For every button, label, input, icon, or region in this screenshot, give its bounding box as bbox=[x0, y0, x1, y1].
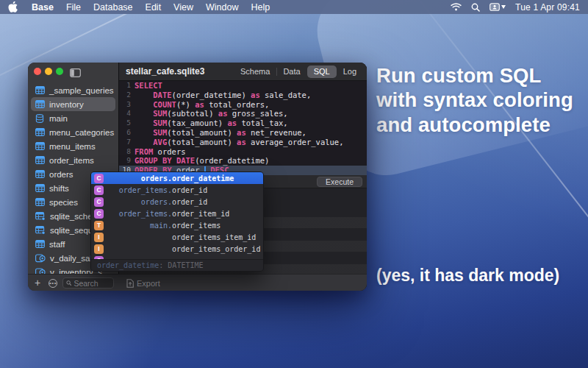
view-tabs: SchemaDataSQLLog bbox=[234, 66, 363, 78]
code-line-6[interactable]: 6 SUM(total_amount) as net_revenue, bbox=[119, 128, 367, 138]
search-input[interactable] bbox=[74, 279, 110, 288]
completion-name: order_id bbox=[172, 186, 207, 194]
menu-database[interactable]: Database bbox=[93, 2, 133, 13]
execute-button[interactable]: Execute bbox=[317, 177, 362, 187]
code-line-4[interactable]: 4 SUM(subtotal) as gross_sales, bbox=[119, 109, 367, 118]
completion-name: order_items_item_id bbox=[172, 233, 256, 241]
autocomplete-type-hint: order_datetime: DATETIME bbox=[91, 259, 263, 271]
user-switch-icon[interactable] bbox=[490, 3, 506, 11]
tab-schema[interactable]: Schema bbox=[234, 66, 276, 78]
completion-prefix: main. bbox=[106, 222, 172, 230]
code-line-5[interactable]: 5 SUM(tax_amount) as total_tax, bbox=[119, 118, 367, 128]
column-badge-icon: C bbox=[94, 209, 104, 219]
autocomplete-item[interactable]: Corders.order_id bbox=[91, 196, 263, 208]
table-badge-icon bbox=[35, 226, 46, 235]
index-badge-icon: I bbox=[94, 233, 104, 242]
sql-keyword: DATE bbox=[153, 91, 171, 99]
titlebar: stellar_cafe.sqlite3 SchemaDataSQLLog bbox=[119, 63, 367, 81]
bottom-bar: + ••• Export bbox=[28, 274, 367, 291]
sidebar-item-inventory[interactable]: inventory bbox=[31, 97, 115, 111]
sidebar-item-label: species bbox=[49, 198, 78, 207]
line-number: 3 bbox=[119, 100, 135, 110]
menu-view[interactable]: View bbox=[173, 2, 193, 13]
sql-keyword: DATE bbox=[176, 156, 195, 165]
sidebar-item-main[interactable]: main bbox=[31, 111, 115, 125]
add-table-button[interactable]: + bbox=[35, 277, 40, 289]
sidebar-item-label: main bbox=[49, 114, 68, 123]
sql-keyword: FROM bbox=[135, 147, 153, 156]
completion-name: order_items bbox=[172, 222, 220, 230]
code-line-1[interactable]: 1SELECT bbox=[119, 81, 367, 91]
sql-keyword: as bbox=[237, 128, 246, 137]
export-icon bbox=[126, 279, 134, 288]
completion-prefix: orders. bbox=[106, 198, 172, 206]
autocomplete-popup: Corders.order_datetimeCorder_items.order… bbox=[90, 171, 264, 272]
wifi-icon[interactable] bbox=[451, 3, 462, 11]
menu-help[interactable]: Help bbox=[251, 2, 270, 13]
autocomplete-item[interactable]: Corders.order_datetime bbox=[91, 172, 263, 184]
database-icon bbox=[35, 114, 45, 123]
autocomplete-item[interactable]: Tmain.order_items bbox=[91, 219, 263, 231]
sql-keyword: SELECT bbox=[135, 81, 162, 90]
search-icon bbox=[66, 280, 71, 286]
sidebar-toggle-icon[interactable] bbox=[70, 67, 81, 80]
menu-base[interactable]: Base bbox=[32, 2, 54, 13]
export-button[interactable]: Export bbox=[126, 275, 160, 291]
code-line-7[interactable]: 7 AVG(total_amount) as average_order_val… bbox=[119, 138, 367, 147]
spotlight-search-icon[interactable] bbox=[471, 3, 480, 12]
code-line-8[interactable]: 8FROM orders bbox=[119, 147, 367, 157]
sql-keyword: SUM bbox=[153, 118, 167, 127]
headline-line: with syntax coloring bbox=[376, 88, 573, 112]
autocomplete-item[interactable]: Iorder_items_order_id bbox=[91, 243, 263, 255]
index-badge-icon: I bbox=[94, 244, 104, 254]
sidebar-item-order_items[interactable]: order_items bbox=[31, 153, 115, 167]
completion-name: order_datetime bbox=[172, 174, 234, 183]
sql-keyword: GROUP BY bbox=[135, 156, 172, 165]
sql-keyword: SUM bbox=[153, 128, 167, 137]
sql-text: orders bbox=[153, 147, 185, 156]
sql-text: (tax_amount) bbox=[167, 118, 227, 127]
autocomplete-item[interactable]: Corder_items.order_id bbox=[91, 184, 263, 196]
column-badge-icon: C bbox=[94, 174, 104, 183]
titlebar-left bbox=[28, 63, 118, 81]
sidebar-item-label: _sample_queries bbox=[49, 86, 114, 95]
menu-edit[interactable]: Edit bbox=[146, 2, 162, 13]
sql-text: total_orders, bbox=[204, 100, 270, 109]
completion-prefix: order_items. bbox=[106, 210, 172, 218]
close-window-button[interactable] bbox=[34, 68, 41, 75]
menu-file[interactable]: File bbox=[66, 2, 81, 13]
sidebar-search-field[interactable] bbox=[62, 277, 114, 289]
code-line-2[interactable]: 2 DATE(order_datetime) as sale_date, bbox=[119, 91, 367, 100]
table-icon bbox=[35, 156, 45, 164]
sidebar-item-menu_categories[interactable]: menu_categories bbox=[31, 125, 115, 139]
tab-log[interactable]: Log bbox=[337, 66, 363, 78]
sql-text: total_tax, bbox=[237, 118, 288, 127]
sidebar-item-_sample_queries[interactable]: _sample_queries bbox=[31, 83, 115, 97]
sql-keyword: as bbox=[218, 109, 228, 118]
apple-menu-icon[interactable] bbox=[8, 1, 18, 13]
completion-name: order_item_id bbox=[172, 210, 229, 218]
code-line-3[interactable]: 3 COUNT(*) as total_orders, bbox=[119, 100, 367, 110]
sql-text: net_revenue, bbox=[246, 128, 306, 137]
sql-text: gross_sales, bbox=[227, 109, 287, 118]
zoom-window-button[interactable] bbox=[56, 68, 63, 75]
completion-prefix: orders. bbox=[106, 174, 172, 183]
line-number: 8 bbox=[119, 147, 135, 157]
sql-text: average_order_value, bbox=[246, 138, 344, 146]
sidebar-item-menu_items[interactable]: menu_items bbox=[31, 139, 115, 153]
table-icon bbox=[35, 184, 45, 192]
code-line-9[interactable]: 9GROUP BY DATE(order_datetime) bbox=[119, 156, 367, 166]
autocomplete-item[interactable]: Iorder_items_item_id bbox=[91, 231, 263, 243]
menu-window[interactable]: Window bbox=[206, 2, 238, 13]
code-content: SUM(total_amount) as net_revenue, bbox=[135, 128, 306, 138]
sql-editor[interactable]: 1SELECT2 DATE(order_datetime) as sale_da… bbox=[119, 81, 367, 175]
sql-text bbox=[135, 128, 153, 137]
tab-data[interactable]: Data bbox=[276, 66, 306, 78]
table-icon bbox=[35, 198, 45, 206]
more-options-button[interactable]: ••• bbox=[49, 279, 57, 288]
tab-sql[interactable]: SQL bbox=[307, 66, 337, 78]
table-icon bbox=[35, 142, 45, 150]
minimize-window-button[interactable] bbox=[45, 68, 52, 75]
autocomplete-item[interactable]: Corder_items.order_item_id bbox=[91, 208, 263, 219]
menubar-clock[interactable]: Tue 1 Apr 09:41 bbox=[515, 2, 580, 13]
